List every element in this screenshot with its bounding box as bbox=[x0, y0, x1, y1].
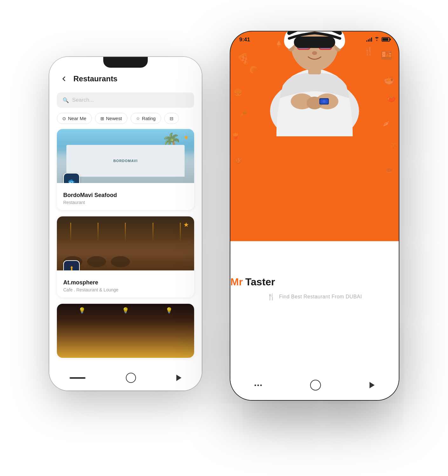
app-subtitle: 🍴 Find Best Restaurant From DUBAI bbox=[267, 293, 362, 301]
card-image-atmosphere: ⬆ ★ bbox=[57, 216, 194, 270]
search-icon: 🔍 bbox=[63, 97, 69, 103]
nav-lines-front[interactable] bbox=[255, 384, 262, 386]
bordomavi-logo-icon: 🐟 bbox=[68, 177, 76, 183]
atmosphere-logo-icon: ⬆ bbox=[69, 265, 74, 270]
status-icons bbox=[366, 37, 390, 42]
app-logo: Mr Taster bbox=[230, 276, 399, 288]
fork-decoration-area: Mr Taster bbox=[230, 273, 399, 293]
phone-front: 9:41 bbox=[230, 31, 399, 400]
restaurant-logo-atmosphere: ⬆ bbox=[63, 260, 80, 270]
atmo-lights-decoration bbox=[57, 223, 194, 242]
restaurant-name-bordomavi: BordoMavi Seafood bbox=[63, 192, 188, 199]
scene: Restaurants 🔍 Search... ⊙ Near Me ⊞ Newe… bbox=[49, 31, 399, 445]
front-top-section: 🍕 🍱 🥐 🍴 🍜 🍦 🍔 🍅 🥕 🌶 🍟 🥨 🍪 🍩 bbox=[230, 31, 399, 254]
food-tomato-icon: 🍅 bbox=[387, 95, 396, 102]
food-pretzel-icon: 🥨 bbox=[390, 143, 397, 148]
card-image-third: 💡 💡 💡 bbox=[57, 304, 194, 358]
filter-chips: ⊙ Near Me ⊞ Newest ☆ Rating ⊟ bbox=[49, 113, 202, 129]
restaurant-type-bordomavi: Restaurant bbox=[63, 200, 188, 205]
bottom-nav-back bbox=[49, 368, 202, 391]
filter-icon: ⊟ bbox=[170, 116, 173, 121]
nav-home-icon[interactable] bbox=[126, 373, 136, 383]
fork-left-icon: 🍴 bbox=[267, 293, 275, 301]
food-burger-icon: 🍔 bbox=[234, 89, 242, 96]
page-title: Restaurants bbox=[73, 74, 118, 83]
svg-point-10 bbox=[312, 51, 317, 55]
phone-back: Restaurants 🔍 Search... ⊙ Near Me ⊞ Newe… bbox=[49, 57, 202, 391]
food-carrot-icon: 🥕 bbox=[238, 111, 247, 118]
lamp-icon-3: 💡 bbox=[166, 307, 173, 314]
food-pizza-icon: 🍕 bbox=[237, 54, 249, 64]
chip-newest-label: Newest bbox=[106, 116, 122, 121]
back-button[interactable] bbox=[58, 73, 69, 84]
food-donut-icon: 🍩 bbox=[386, 168, 392, 173]
restaurant-name-atmosphere: At.mosphere bbox=[63, 279, 188, 286]
rating-icon: ☆ bbox=[136, 116, 140, 121]
nav-lines-icon[interactable] bbox=[70, 377, 85, 379]
nav-back-icon[interactable] bbox=[176, 375, 181, 381]
bottom-nav-front bbox=[230, 375, 399, 400]
app-logo-taster: Taster bbox=[245, 276, 275, 288]
lamp-icon-2: 💡 bbox=[122, 307, 129, 314]
third-lights-decoration: 💡 💡 💡 bbox=[60, 307, 191, 314]
chip-newest[interactable]: ⊞ Newest bbox=[95, 113, 127, 124]
chip-filter[interactable]: ⊟ bbox=[164, 113, 179, 124]
restaurant-card-atmosphere[interactable]: ⬆ ★ At.mosphere Cafe . Restaurant & Loun… bbox=[57, 216, 194, 297]
battery-icon bbox=[382, 37, 390, 42]
restaurant-logo-bordomavi: 🐟 bbox=[63, 173, 80, 183]
food-sushi-icon: 🍱 bbox=[381, 51, 392, 60]
back-button-front[interactable] bbox=[370, 382, 375, 388]
lamp-icon-1: 💡 bbox=[78, 307, 85, 314]
home-button-front[interactable] bbox=[310, 380, 321, 391]
chip-near-me[interactable]: ⊙ Near Me bbox=[57, 113, 92, 124]
near-me-icon: ⊙ bbox=[62, 116, 66, 121]
chip-near-me-label: Near Me bbox=[68, 116, 86, 121]
restaurant-card-third[interactable]: 💡 💡 💡 bbox=[57, 304, 194, 358]
search-bar[interactable]: 🔍 Search... bbox=[57, 92, 194, 108]
building-facade: BORDOMAVI bbox=[66, 145, 185, 177]
card-info-bordomavi: BordoMavi Seafood Restaurant bbox=[57, 183, 194, 210]
food-cookie-icon: 🍪 bbox=[235, 159, 241, 164]
dynamic-island bbox=[294, 37, 335, 48]
app-logo-mr: Mr bbox=[230, 276, 243, 288]
restaurant-type-atmosphere: Cafe . Restaurant & Lounge bbox=[63, 287, 188, 292]
star-badge-atmosphere: ★ bbox=[183, 221, 189, 228]
newest-icon: ⊞ bbox=[100, 116, 104, 121]
food-pepper-icon: 🌶 bbox=[383, 120, 389, 127]
chip-rating[interactable]: ☆ Rating bbox=[131, 113, 161, 124]
svg-point-17 bbox=[322, 100, 326, 103]
food-fries-icon: 🍟 bbox=[232, 133, 239, 139]
status-time: 9:41 bbox=[239, 37, 250, 43]
building-text: BORDOMAVI bbox=[113, 159, 138, 163]
app-subtitle-text: Find Best Restaurant From DUBAI bbox=[279, 294, 362, 300]
chip-rating-label: Rating bbox=[142, 116, 156, 121]
card-image-bordomavi: 🌴 BORDOMAVI 🐟 ★ bbox=[57, 129, 194, 183]
screen-back: Restaurants 🔍 Search... ⊙ Near Me ⊞ Newe… bbox=[49, 57, 202, 391]
card-info-atmosphere: At.mosphere Cafe . Restaurant & Lounge bbox=[57, 270, 194, 297]
food-noodle-icon: 🍜 bbox=[384, 76, 394, 84]
search-placeholder-text: Search... bbox=[72, 97, 94, 103]
notch-back bbox=[103, 57, 148, 68]
star-badge-bordomavi: ★ bbox=[183, 133, 189, 141]
restaurant-list: 🌴 BORDOMAVI 🐟 ★ BordoMavi Seafood Rest bbox=[49, 129, 202, 391]
restaurant-card-bordomavi[interactable]: 🌴 BORDOMAVI 🐟 ★ BordoMavi Seafood Rest bbox=[57, 129, 194, 210]
signal-icon bbox=[366, 37, 372, 42]
wifi-icon bbox=[374, 37, 380, 42]
